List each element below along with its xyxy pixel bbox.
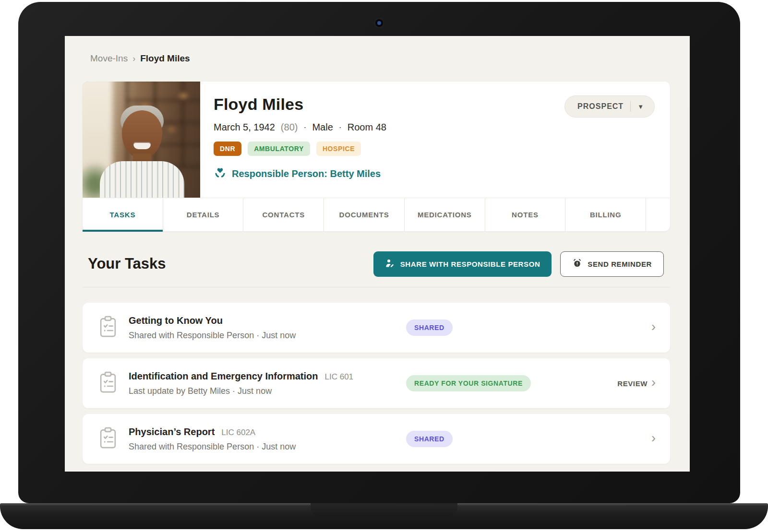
chevron-right-icon[interactable]: › (651, 376, 656, 389)
review-link[interactable]: REVIEW › (617, 378, 656, 389)
tab-medications[interactable]: MEDICATIONS (405, 198, 485, 231)
prospect-status-label: PROSPECT (577, 102, 624, 111)
resident-header-top: Floyd Miles March 5, 1942 (80) · Male · … (83, 82, 670, 198)
chevron-right-icon[interactable]: › (651, 432, 656, 445)
resident-name: Floyd Miles (214, 95, 386, 114)
tasks-title: Your Tasks (88, 255, 166, 272)
tab-billing[interactable]: BILLING (565, 198, 646, 231)
alarm-icon (572, 258, 582, 270)
dnr-badge: DNR (214, 142, 241, 156)
room-number: Room 48 (348, 122, 386, 133)
care-badges: DNR AMBULATORY HOSPICE (214, 142, 386, 156)
app-screen: Move-Ins › Floyd Miles Floyd Miles Ma (65, 36, 690, 472)
resident-info: Floyd Miles March 5, 1942 (80) · Male · … (214, 95, 386, 181)
tasks-section-header: Your Tasks SHARE WITH RESPONSIBLE PERSON (83, 249, 670, 278)
resident-meta: March 5, 1942 (80) · Male · Room 48 (214, 122, 386, 133)
task-code: LIC 602A (221, 428, 255, 437)
tab-contacts[interactable]: CONTACTS (243, 198, 324, 231)
resident-tabs: TASKS DETAILS CONTACTS DOCUMENTS MEDICAT… (83, 198, 670, 231)
task-row-getting-to-know-you[interactable]: Getting to Know You Shared with Responsi… (83, 303, 670, 353)
person-edit-icon (385, 258, 395, 270)
resident-photo (83, 82, 200, 198)
age: (80) (281, 122, 298, 133)
tasks-actions: SHARE WITH RESPONSIBLE PERSON SEND REMIN… (373, 251, 664, 277)
webcam-lens (377, 21, 381, 25)
status-badge: SHARED (406, 319, 453, 336)
ambulatory-badge: AMBULATORY (248, 142, 310, 156)
reminder-button-label: SEND REMINDER (588, 260, 652, 268)
hands-heart-icon (214, 166, 227, 181)
clipboard-icon (98, 315, 119, 341)
responsible-person-label: Responsible Person: Betty Miles (232, 168, 381, 179)
hospice-badge: HOSPICE (316, 142, 361, 156)
chevron-right-icon[interactable]: › (651, 320, 656, 333)
breadcrumb-separator-icon: › (132, 54, 135, 64)
share-button-label: SHARE WITH RESPONSIBLE PERSON (400, 260, 540, 268)
task-title: Identification and Emergency Information (129, 371, 318, 382)
tab-details[interactable]: DETAILS (163, 198, 244, 231)
task-row-physicians-report[interactable]: Physician’s Report LIC 602A Shared with … (83, 414, 670, 464)
task-subtitle: Shared with Responsible Person · Just no… (129, 331, 406, 341)
laptop-base (0, 503, 768, 529)
tab-tasks[interactable]: TASKS (83, 198, 163, 231)
breadcrumb: Move-Ins › Floyd Miles (90, 53, 690, 64)
resident-header-card: Floyd Miles March 5, 1942 (80) · Male · … (83, 82, 670, 231)
task-subtitle: Shared with Responsible Person · Just no… (129, 442, 406, 452)
task-title: Getting to Know You (129, 315, 223, 326)
task-list: Getting to Know You Shared with Responsi… (83, 303, 670, 470)
task-code: LIC 601 (325, 372, 354, 382)
gender: Male (312, 122, 333, 133)
task-row-identification-emergency[interactable]: Identification and Emergency Information… (83, 358, 670, 408)
chevron-down-icon[interactable]: ▼ (637, 103, 644, 110)
birth-date: March 5, 1942 (214, 122, 275, 133)
task-title: Physician’s Report (129, 426, 215, 437)
breadcrumb-current: Floyd Miles (140, 53, 190, 64)
tab-notes[interactable]: NOTES (485, 198, 566, 231)
tab-documents[interactable]: DOCUMENTS (324, 198, 405, 231)
task-subtitle: Last update by Betty Miles · Just now (129, 386, 406, 396)
status-badge: SHARED (406, 431, 453, 447)
task-action-label: REVIEW (617, 379, 648, 388)
clipboard-icon (98, 370, 119, 396)
status-badge: READY FOR YOUR SIGNATURE (406, 375, 531, 391)
clipboard-icon (98, 426, 119, 452)
breadcrumb-move-ins[interactable]: Move-Ins (90, 53, 128, 64)
prospect-status-dropdown[interactable]: PROSPECT ▼ (564, 95, 655, 118)
webcam (375, 19, 383, 27)
share-with-responsible-person-button[interactable]: SHARE WITH RESPONSIBLE PERSON (373, 251, 552, 277)
section-divider (83, 287, 670, 287)
responsible-person-link[interactable]: Responsible Person: Betty Miles (214, 166, 386, 181)
laptop-notch (311, 503, 457, 516)
send-reminder-button[interactable]: SEND REMINDER (560, 251, 664, 277)
